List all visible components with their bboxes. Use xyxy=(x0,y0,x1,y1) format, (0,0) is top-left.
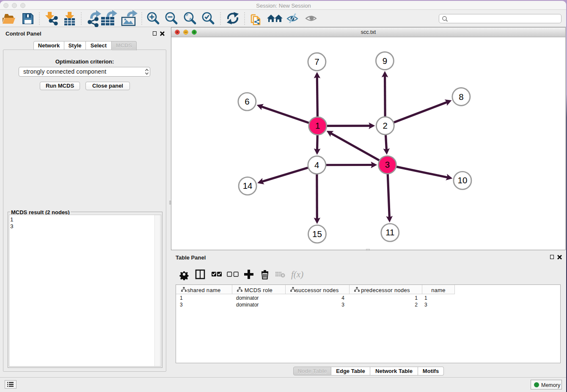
svg-text:11: 11 xyxy=(385,227,394,237)
svg-text:14: 14 xyxy=(243,181,253,190)
svg-text:6: 6 xyxy=(245,97,249,106)
svg-text:15: 15 xyxy=(312,229,322,239)
svg-text:2: 2 xyxy=(383,121,388,130)
svg-text:9: 9 xyxy=(383,56,387,66)
svg-text:10: 10 xyxy=(457,175,467,185)
svg-text:7: 7 xyxy=(314,57,319,66)
svg-text:1: 1 xyxy=(315,121,320,130)
svg-text:4: 4 xyxy=(314,160,319,170)
svg-text:3: 3 xyxy=(385,160,390,169)
svg-text:8: 8 xyxy=(459,92,463,102)
svg-text:f(x): f(x) xyxy=(291,269,303,279)
